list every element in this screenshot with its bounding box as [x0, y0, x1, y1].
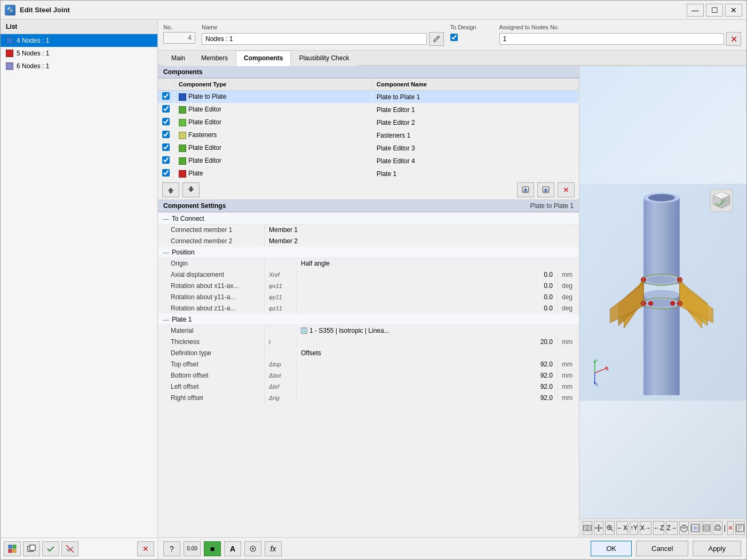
no-input[interactable] — [163, 32, 195, 44]
clear-assigned-button[interactable]: ✕ — [726, 32, 741, 46]
view-display-btn[interactable] — [583, 521, 592, 535]
minimize-button[interactable]: — — [687, 4, 704, 17]
table-row[interactable]: Plate to Plate Plate to Plate 1 — [158, 91, 579, 103]
list-item-5[interactable]: 5 Nodes : 1 — [1, 47, 157, 60]
table-row[interactable]: Fasteners Fasteners 1 — [158, 129, 579, 142]
type-color — [179, 119, 186, 126]
bottom-toolbar: ? 0.00 ■ A fx — [163, 541, 282, 556]
row-check — [158, 103, 174, 116]
formula-button[interactable]: fx — [265, 541, 282, 556]
svg-point-25 — [648, 276, 676, 284]
position-label: Position — [172, 249, 195, 256]
duplicate-joint-button[interactable] — [23, 541, 40, 556]
table-row[interactable]: Plate Editor Plate Editor 3 — [158, 142, 579, 155]
view-rotate-z-pos-btn[interactable]: Z→ — [666, 521, 677, 535]
bottom-offset-symbol: Δbot — [265, 371, 297, 380]
table-row[interactable]: Plate Editor Plate Editor 4 — [158, 155, 579, 167]
move-down-button[interactable] — [182, 182, 200, 197]
tree-group-to-connect-header[interactable]: — To Connect — [158, 213, 579, 225]
row-checkbox[interactable] — [162, 169, 170, 177]
edit-name-button[interactable] — [429, 32, 444, 46]
row-checkbox[interactable] — [162, 92, 170, 100]
row-checkbox[interactable] — [162, 105, 170, 113]
svg-rect-15 — [643, 198, 680, 284]
close-button[interactable]: ✕ — [725, 4, 742, 17]
row-type: Plate Editor — [174, 155, 372, 167]
tree-group-plate1-header[interactable]: — Plate 1 — [158, 314, 579, 325]
titlebar-controls: — ☐ ✕ — [687, 4, 742, 17]
tab-components[interactable]: Components — [236, 51, 291, 66]
view-rotate-z-neg-btn[interactable]: ←Z — [653, 521, 664, 535]
table-row[interactable]: Plate Editor Plate Editor 1 — [158, 103, 579, 116]
type-color — [179, 106, 186, 114]
name-input[interactable] — [202, 33, 427, 45]
left-offset-label: Left offset — [158, 381, 265, 392]
tab-members[interactable]: Members — [193, 51, 236, 66]
view-move-btn[interactable] — [594, 521, 603, 535]
apply-button[interactable]: Apply — [693, 541, 741, 556]
row-checkbox[interactable] — [162, 143, 170, 151]
export-button[interactable] — [537, 182, 554, 197]
maximize-button[interactable]: ☐ — [706, 4, 723, 17]
tree-group-position-header[interactable]: — Position — [158, 247, 579, 258]
view-reset-btn[interactable]: ✕ — [727, 521, 734, 535]
help-button[interactable]: ? — [163, 541, 180, 556]
table-row[interactable]: Plate Plate 1 — [158, 167, 579, 180]
check-all-button[interactable] — [42, 541, 59, 556]
list-item-4[interactable]: 4 Nodes : 1 — [1, 34, 157, 47]
tab-plausibility[interactable]: Plausibility Check — [291, 51, 357, 66]
tree-row-left-offset: Left offset Δlef 92.0 mm — [158, 381, 579, 393]
tree-group-to-connect: — To Connect Connected member 1 Member 1… — [158, 213, 579, 247]
axial-displacement-unit: mm — [558, 269, 579, 280]
ok-button[interactable]: OK — [591, 541, 632, 556]
display-button[interactable] — [244, 541, 261, 556]
view-settings-btn[interactable] — [735, 521, 745, 535]
view-rotate-x-neg-btn[interactable]: ←X — [616, 521, 628, 535]
row-checkbox[interactable] — [162, 118, 170, 125]
delete-component-button[interactable]: ✕ — [558, 182, 575, 197]
thickness-unit: mm — [558, 337, 579, 347]
font-button[interactable]: A — [224, 541, 241, 556]
tree-row-definition-type: Definition type Offsets — [158, 348, 579, 359]
top-offset-value: 92.0 — [297, 359, 558, 370]
view-rotate-x-pos-btn[interactable]: X→ — [640, 521, 651, 535]
collapse-position-icon: — — [162, 249, 170, 256]
window-title: Edit Steel Joint — [20, 6, 70, 14]
cancel-button[interactable]: Cancel — [636, 541, 688, 556]
no-label: No. — [163, 24, 195, 30]
delete-joint-button[interactable]: ✕ — [137, 541, 154, 556]
tab-main[interactable]: Main — [163, 51, 193, 66]
plate1-label: Plate 1 — [172, 316, 192, 323]
table-row[interactable]: Plate Editor Plate Editor 2 — [158, 116, 579, 129]
import-button[interactable] — [517, 182, 534, 197]
rotation-y-symbol: φy11 — [265, 292, 297, 302]
row-name: Plate Editor 1 — [372, 103, 578, 116]
row-type: Plate Editor — [174, 116, 372, 129]
add-joint-button[interactable] — [4, 541, 21, 556]
view-render2-btn[interactable] — [702, 521, 711, 535]
assigned-input[interactable] — [499, 33, 725, 45]
3d-viewport[interactable]: Y X Z — [579, 66, 746, 518]
value-button[interactable]: 0.00 — [184, 541, 201, 556]
view-print-btn[interactable] — [713, 521, 722, 535]
list-item-color-6 — [6, 62, 13, 70]
row-checkbox[interactable] — [162, 131, 170, 138]
col-check — [158, 78, 174, 91]
view-iso-btn[interactable] — [679, 521, 689, 535]
row-check — [158, 116, 174, 129]
uncheck-all-button[interactable] — [61, 541, 78, 556]
row-checkbox[interactable] — [162, 156, 170, 164]
view-render-btn[interactable] — [690, 521, 700, 535]
color-button[interactable]: ■ — [204, 541, 221, 556]
view-rotate-y-pos-btn[interactable]: ↑Y — [630, 521, 638, 535]
name-row — [202, 32, 444, 46]
col-component-type: Component Type — [174, 78, 372, 91]
row-name: Plate 1 — [372, 167, 578, 180]
to-design-checkbox[interactable] — [450, 34, 458, 41]
list-item-6[interactable]: 6 Nodes : 1 — [1, 60, 157, 73]
content-area: Components Component Type Component Name — [158, 66, 746, 537]
axial-displacement-symbol: Xref — [265, 270, 297, 279]
move-up-button[interactable] — [162, 182, 179, 197]
list-item-label-6: 6 Nodes : 1 — [17, 62, 49, 70]
view-zoom-btn[interactable] — [605, 521, 615, 535]
